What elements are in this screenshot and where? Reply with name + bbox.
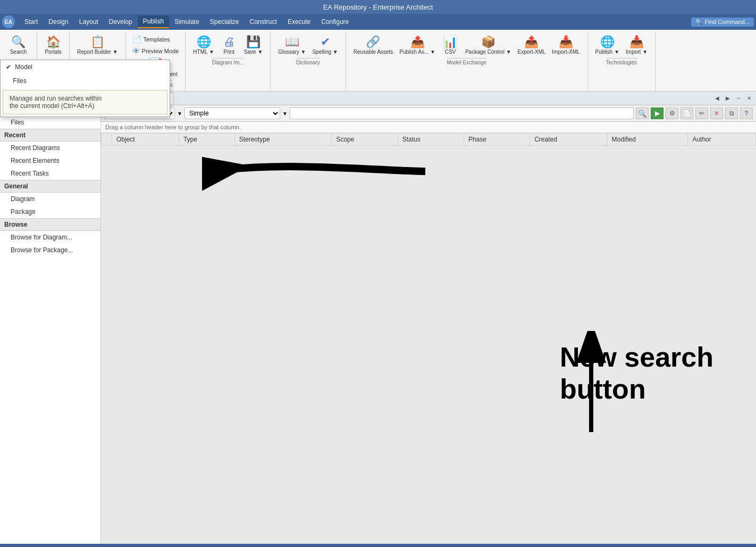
menu-layout[interactable]: Layout [74, 16, 104, 28]
menu-configure[interactable]: Configure [316, 16, 354, 28]
panel-close[interactable]: ✕ [744, 94, 754, 103]
glossary-label: Glossary ▼ [278, 49, 306, 55]
col-phase[interactable]: Phase [464, 134, 530, 146]
col-author[interactable]: Author [688, 134, 756, 146]
sidebar-browse-diagram[interactable]: Browse for Diagram... [0, 231, 100, 244]
portals-btn[interactable]: 🏠 Portals [41, 34, 65, 57]
import-xml-btn[interactable]: 📥 Import-XML [549, 34, 583, 57]
sidebar-browse-package[interactable]: Browse for Package... [0, 244, 100, 256]
glossary-icon: 📖 [285, 36, 299, 48]
recent-diagrams-label: Recent Diagrams [11, 144, 60, 152]
reusable-assets-btn[interactable]: 🔗 Reusable Assets [350, 34, 397, 57]
print-icon: 🖨 [223, 36, 235, 48]
col-modified[interactable]: Modified [607, 134, 688, 146]
dropdown-model-label: Model [15, 63, 32, 71]
results-table: Object Type Stereotype Scope Status Phas… [101, 133, 756, 146]
preview-mode-icon: 👁 [132, 47, 140, 55]
search-execute-btn[interactable]: 🔍 [636, 107, 649, 119]
menu-execute[interactable]: Execute [282, 16, 316, 28]
sidebar-recent-diagrams[interactable]: Recent Diagrams [0, 142, 100, 154]
general-package-label: Package [11, 208, 36, 216]
col-created[interactable]: Created [530, 134, 607, 146]
search-settings-btn[interactable]: ⚙ [666, 107, 678, 119]
report-builder-btn[interactable]: 📋 Report Builder ▼ [74, 34, 121, 57]
dropdown-model-item[interactable]: ✔ Model [1, 60, 170, 74]
ribbon: 🔍 Search ✔ Model Files Manage and run se… [0, 30, 756, 92]
app-icon: EA [2, 15, 15, 28]
panel-nav-forward[interactable]: ▶ [723, 94, 733, 103]
reusable-assets-label: Reusable Assets [354, 49, 393, 55]
spelling-icon: ✔ [321, 36, 330, 48]
sidebar-recent-tasks[interactable]: Recent Tasks [0, 167, 100, 180]
col-object[interactable]: Object [112, 134, 179, 146]
col-type[interactable]: Type [179, 134, 234, 146]
search-edit-btn[interactable]: ✏ [695, 107, 708, 119]
menu-construct[interactable]: Construct [245, 16, 282, 28]
print-btn[interactable]: 🖨 Print [217, 34, 241, 57]
col-scope[interactable]: Scope [332, 134, 398, 146]
preview-mode-btn[interactable]: 👁 Preview Mode [130, 46, 181, 56]
menu-develop[interactable]: Develop [104, 16, 138, 28]
html-btn[interactable]: 🌐 HTML ▼ [190, 34, 217, 57]
search-mode-select[interactable]: Simple [184, 107, 280, 119]
search-type-dropdown-icon: ▼ [177, 111, 182, 117]
col-stereotype[interactable]: Stereotype [234, 134, 332, 146]
save-btn[interactable]: 💾 Save ▼ [241, 34, 266, 57]
browse-diagram-label: Browse for Diagram... [11, 234, 72, 241]
csv-btn[interactable]: 📊 CSV [439, 34, 462, 57]
sidebar-recent-elements[interactable]: Recent Elements [0, 154, 100, 167]
import-tech-icon: 📥 [629, 36, 644, 48]
publish-as-btn[interactable]: 📤 Publish As... ▼ [396, 34, 439, 57]
col-status[interactable]: Status [398, 134, 464, 146]
search-copy-btn[interactable]: ⧉ [725, 107, 738, 119]
diagram-image-label: Diagram Im... [212, 58, 244, 67]
search-new-btn[interactable]: 📄 [681, 107, 693, 119]
package-control-btn[interactable]: 📦 Package Control ▼ [462, 34, 515, 57]
ribbon-model-exchange-group: 🔗 Reusable Assets 📤 Publish As... ▼ 📊 CS… [346, 32, 588, 91]
portals-label: Portals [45, 49, 61, 55]
export-xml-btn[interactable]: 📤 Export-XML [515, 34, 549, 57]
sidebar-browse-header: Browse [0, 218, 100, 231]
sidebar-recent-header: Recent [0, 129, 100, 142]
dropdown-files-item[interactable]: Files [1, 74, 170, 88]
import-xml-label: Import-XML [552, 49, 579, 55]
sidebar-general-package[interactable]: Package [0, 205, 100, 218]
glossary-btn[interactable]: 📖 Glossary ▼ [275, 34, 309, 57]
technologies-label: Technologies [606, 58, 637, 67]
panel-minimize[interactable]: ─ [734, 94, 743, 103]
import-tech-label: Import ▼ [626, 49, 648, 55]
portals-icon: 🏠 [46, 36, 61, 48]
save-icon: 💾 [246, 36, 261, 48]
search-input[interactable] [290, 107, 634, 119]
menu-design[interactable]: Design [43, 16, 73, 28]
model-exchange-label: Model Exchange [447, 58, 486, 67]
package-control-icon: 📦 [481, 36, 495, 48]
import-tech-btn[interactable]: 📥 Import ▼ [623, 34, 651, 57]
publish-as-icon: 📤 [410, 36, 425, 48]
panel-nav-back[interactable]: ◀ [712, 94, 722, 103]
menu-simulate[interactable]: Simulate [169, 16, 205, 28]
package-control-label: Package Control ▼ [465, 49, 511, 55]
publish-tech-btn[interactable]: 🌐 Publish ▼ [592, 34, 623, 57]
search-delete-btn[interactable]: ✕ [710, 107, 723, 119]
main-container: Search ✔ Model Files Recent Recent Diagr… [0, 92, 756, 544]
search-run-btn[interactable]: ▶ [651, 107, 663, 119]
menu-specialize[interactable]: Specialize [205, 16, 245, 28]
find-command[interactable]: 🔍 Find Command... [691, 18, 754, 27]
app-title: EA Repository - Enterprise Architect [323, 3, 433, 11]
publish-tech-icon: 🌐 [600, 36, 615, 48]
templates-btn[interactable]: 📄 Templates [130, 34, 181, 45]
menu-start[interactable]: Start [19, 16, 43, 28]
search-icon: 🔍 [11, 36, 26, 48]
report-builder-label: Report Builder ▼ [77, 49, 118, 55]
title-bar: EA Repository - Enterprise Architect [0, 0, 756, 14]
csv-label: CSV [445, 49, 456, 55]
sidebar-files-item[interactable]: Files [0, 116, 100, 129]
search-help-btn[interactable]: ? [740, 107, 753, 119]
search-ribbon-btn[interactable]: 🔍 Search [7, 34, 30, 57]
menu-publish[interactable]: Publish [138, 15, 169, 28]
spelling-btn[interactable]: ✔ Spelling ▼ [309, 34, 341, 57]
model-reports-btns: 📄 Templates 👁 Preview Mode [130, 34, 181, 56]
report-builder-icon: 📋 [90, 36, 105, 48]
sidebar-general-diagram[interactable]: Diagram [0, 193, 100, 205]
